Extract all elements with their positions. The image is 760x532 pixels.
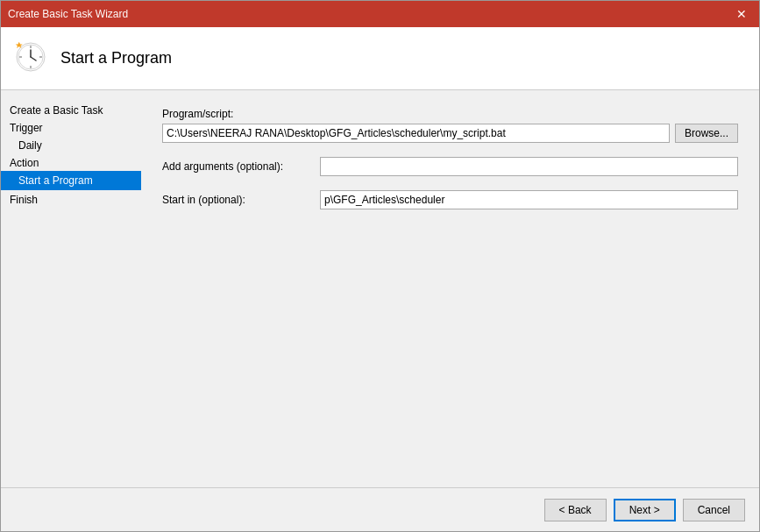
title-bar: Create Basic Task Wizard ✕ xyxy=(1,1,759,27)
header-title: Start a Program xyxy=(60,49,172,67)
start-in-input[interactable] xyxy=(320,190,738,209)
sidebar-item-create-basic-task[interactable]: Create a Basic Task xyxy=(1,101,141,118)
program-script-label: Program/script: xyxy=(162,108,738,120)
program-script-input[interactable] xyxy=(162,124,670,143)
cancel-button[interactable]: Cancel xyxy=(683,499,745,521)
clock-icon xyxy=(15,41,46,73)
add-arguments-input[interactable] xyxy=(320,157,738,176)
sidebar-item-finish[interactable]: Finish xyxy=(1,190,141,208)
close-button[interactable]: ✕ xyxy=(731,6,752,22)
next-button[interactable]: Next > xyxy=(614,499,676,521)
back-button[interactable]: < Back xyxy=(544,499,607,521)
add-arguments-row: Add arguments (optional): xyxy=(162,157,738,176)
sidebar-item-trigger[interactable]: Trigger xyxy=(1,118,141,136)
header-area: Start a Program xyxy=(1,27,759,90)
start-in-label: Start in (optional): xyxy=(162,194,320,206)
window: Create Basic Task Wizard ✕ Start a Progr… xyxy=(0,0,760,532)
sidebar-item-daily[interactable]: Daily xyxy=(1,136,141,153)
content-area: Create a Basic Task Trigger Daily Action… xyxy=(1,90,759,487)
sidebar-item-action[interactable]: Action xyxy=(1,153,141,171)
sidebar: Create a Basic Task Trigger Daily Action… xyxy=(1,90,141,487)
add-arguments-label: Add arguments (optional): xyxy=(162,160,320,173)
title-bar-text: Create Basic Task Wizard xyxy=(8,8,128,20)
sidebar-item-start-a-program[interactable]: Start a Program xyxy=(1,171,141,190)
main-content: Program/script: Browse... Add arguments … xyxy=(141,90,759,487)
start-in-row: Start in (optional): xyxy=(162,190,738,209)
program-script-row: Browse... xyxy=(162,124,738,143)
program-script-group: Program/script: Browse... xyxy=(162,108,738,143)
header-icon xyxy=(15,41,50,76)
footer: < Back Next > Cancel xyxy=(1,487,759,531)
browse-button[interactable]: Browse... xyxy=(675,124,738,143)
